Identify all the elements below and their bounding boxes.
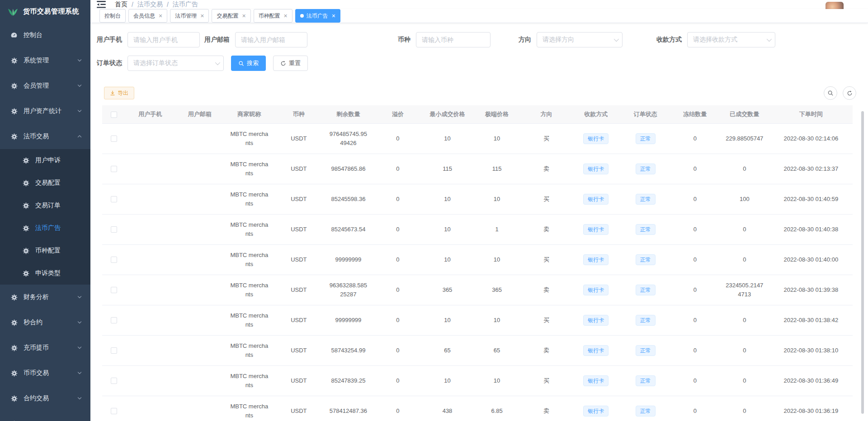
currency-input[interactable] bbox=[416, 32, 491, 47]
sidebar-item-label: 法币交易 bbox=[24, 132, 74, 140]
row-checkbox[interactable] bbox=[111, 166, 117, 172]
cell-direction: 卖 bbox=[522, 154, 571, 184]
gear-icon bbox=[22, 180, 30, 187]
direction-select-placeholder: 请选择方向 bbox=[542, 36, 574, 44]
search-button-label: 搜索 bbox=[247, 59, 259, 67]
sidebar-item-user-appeal[interactable]: 用户申诉 bbox=[0, 149, 90, 172]
row-checkbox[interactable] bbox=[111, 378, 117, 384]
cell-frozen: 0 bbox=[670, 365, 720, 396]
sidebar-item-console[interactable]: 控制台 bbox=[0, 23, 90, 48]
sidebar-item-user-assets[interactable]: 用户资产统计 bbox=[0, 98, 90, 124]
page-scrollbar[interactable] bbox=[861, 111, 864, 414]
cell-currency: USDT bbox=[274, 154, 324, 184]
sidebar-item-clipped-item[interactable] bbox=[0, 411, 90, 421]
cell-payment: 银行卡 bbox=[571, 123, 621, 154]
row-checkbox[interactable] bbox=[111, 408, 117, 414]
cell-email bbox=[175, 154, 225, 184]
sidebar-item-appeal-type[interactable]: 申诉类型 bbox=[0, 262, 90, 285]
payment-select[interactable]: 请选择收款方式 bbox=[687, 32, 775, 47]
close-icon[interactable]: × bbox=[242, 13, 245, 19]
cell-currency: USDT bbox=[274, 244, 324, 275]
sidebar-item-label: 系统管理 bbox=[24, 56, 74, 65]
sidebar-item-finance-analysis[interactable]: 财务分析 bbox=[0, 285, 90, 310]
row-checkbox[interactable] bbox=[111, 257, 117, 263]
breadcrumb-home[interactable]: 首页 bbox=[115, 0, 127, 9]
tab-label: 控制台 bbox=[104, 12, 121, 20]
tab-交易配置[interactable]: 交易配置× bbox=[212, 9, 250, 23]
tab-bar: 控制台会员信息×法币管理×交易配置×币种配置×法币广告× bbox=[90, 9, 868, 23]
refresh-table-button[interactable] bbox=[843, 86, 856, 100]
payment-method-tag: 银行卡 bbox=[583, 406, 609, 416]
sidebar-item-trade-order[interactable]: 交易订单 bbox=[0, 194, 90, 217]
export-button[interactable]: 导出 bbox=[104, 87, 134, 99]
order-status-tag: 正常 bbox=[636, 315, 656, 326]
row-checkbox[interactable] bbox=[111, 136, 117, 142]
sidebar-item-contract-trade[interactable]: 合约交易 bbox=[0, 386, 90, 411]
cell-premium: 0 bbox=[373, 214, 423, 244]
cell-min_price: 10 bbox=[423, 305, 472, 335]
close-icon[interactable]: × bbox=[332, 13, 335, 19]
close-icon[interactable]: × bbox=[284, 13, 288, 19]
row-checkbox[interactable] bbox=[111, 317, 117, 323]
cell-select bbox=[102, 214, 125, 244]
order-status-select[interactable]: 请选择订单状态 bbox=[127, 56, 224, 71]
sidebar-collapse-icon[interactable] bbox=[97, 0, 107, 9]
cell-currency: USDT bbox=[274, 365, 324, 396]
cell-direction: 买 bbox=[522, 244, 571, 275]
direction-select[interactable]: 请选择方向 bbox=[537, 32, 623, 47]
tab-法币广告[interactable]: 法币广告× bbox=[295, 9, 340, 23]
gear-icon bbox=[22, 270, 30, 277]
tab-会员信息[interactable]: 会员信息× bbox=[128, 9, 167, 23]
cell-extreme_price: 6.85 bbox=[472, 396, 522, 421]
email-input[interactable] bbox=[235, 32, 307, 47]
table-row: MBTC merchantsUSDT85245673.540101卖银行卡正常0… bbox=[102, 214, 853, 244]
sidebar-item-coin-trade[interactable]: 币币交易 bbox=[0, 360, 90, 386]
plant-logo-icon bbox=[7, 6, 19, 17]
sidebar-item-member[interactable]: 会员管理 bbox=[0, 73, 90, 98]
sidebar-item-system[interactable]: 系统管理 bbox=[0, 48, 90, 73]
column-header: 剩余数量 bbox=[324, 105, 373, 123]
cell-premium: 0 bbox=[373, 335, 423, 365]
cell-payment: 银行卡 bbox=[571, 244, 621, 275]
cell-select bbox=[102, 275, 125, 305]
cell-extreme_price: 1 bbox=[472, 214, 522, 244]
sidebar-item-fiat-ad[interactable]: 法币广告 bbox=[0, 217, 90, 239]
tab-币种配置[interactable]: 币种配置× bbox=[254, 9, 292, 23]
cell-email bbox=[175, 184, 225, 214]
reset-button[interactable]: 重置 bbox=[273, 56, 308, 71]
cell-premium: 0 bbox=[373, 305, 423, 335]
tab-label: 法币管理 bbox=[175, 12, 197, 20]
close-icon[interactable]: × bbox=[200, 13, 204, 19]
cell-phone bbox=[125, 123, 175, 154]
phone-input[interactable] bbox=[127, 32, 200, 47]
search-button[interactable]: 搜索 bbox=[231, 56, 266, 71]
filter-row-1: 用户手机 用户邮箱 币种 方向 请选择方向 收款方式 bbox=[97, 32, 857, 47]
row-checkbox[interactable] bbox=[111, 347, 117, 354]
row-checkbox[interactable] bbox=[111, 226, 117, 233]
app-title: 货币交易管理系统 bbox=[23, 7, 79, 16]
select-all-checkbox[interactable] bbox=[111, 112, 117, 118]
sidebar-item-currency-config[interactable]: 币种配置 bbox=[0, 239, 90, 262]
sidebar-item-fiat-trade[interactable]: 法币交易 bbox=[0, 124, 90, 149]
sidebar-item-label: 交易配置 bbox=[35, 179, 61, 187]
cell-status: 正常 bbox=[621, 396, 670, 421]
cell-time: 2022-08-30 01:40:38 bbox=[769, 214, 853, 244]
top-bar: 首页 / 法币交易 / 法币广告 bbox=[90, 0, 868, 9]
row-checkbox[interactable] bbox=[111, 196, 117, 202]
sidebar-item-trade-config[interactable]: 交易配置 bbox=[0, 172, 90, 194]
sidebar-item-deposit-withdraw[interactable]: 充币提币 bbox=[0, 335, 90, 360]
sidebar-item-label: 财务分析 bbox=[24, 293, 74, 301]
sidebar-item-second-contract[interactable]: 秒合约 bbox=[0, 310, 90, 335]
cell-direction: 买 bbox=[522, 184, 571, 214]
filter-email: 用户邮箱 bbox=[204, 32, 307, 47]
close-icon[interactable]: × bbox=[159, 13, 162, 19]
chevron-down-icon bbox=[77, 83, 82, 89]
search-toggle-button[interactable] bbox=[824, 86, 837, 100]
cell-time: 2022-08-30 01:38:42 bbox=[769, 305, 853, 335]
tab-控制台[interactable]: 控制台 bbox=[99, 9, 126, 23]
row-checkbox[interactable] bbox=[111, 287, 117, 293]
tab-法币管理[interactable]: 法币管理× bbox=[170, 9, 209, 23]
table-body: MBTC merchantsUSDT976485745.954942601010… bbox=[102, 123, 853, 421]
cell-select bbox=[102, 335, 125, 365]
cell-nickname: MBTC merchants bbox=[225, 305, 274, 335]
